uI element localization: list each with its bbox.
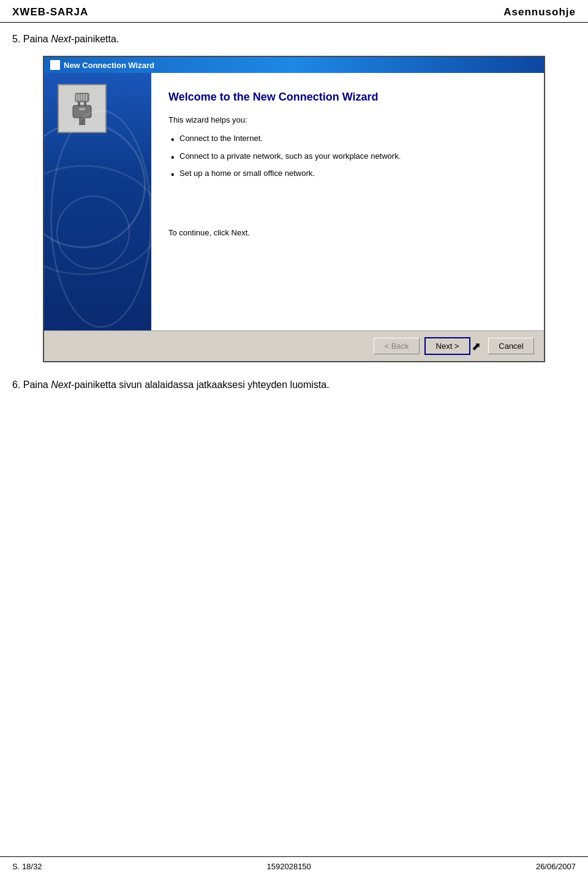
- deco-circle-2: [44, 165, 151, 275]
- svg-rect-6: [76, 94, 77, 101]
- step6-label: 6. Paina: [12, 379, 51, 390]
- svg-rect-10: [86, 94, 87, 101]
- wizard-heading: Welcome to the New Connection Wizard: [168, 90, 529, 104]
- step5-label: 5. Paina: [12, 34, 51, 44]
- footer-code: 1592028150: [267, 862, 311, 871]
- wizard-right-panel: Welcome to the New Connection Wizard Thi…: [151, 73, 544, 330]
- wizard-icon-box: [58, 84, 107, 133]
- cancel-button[interactable]: Cancel: [488, 338, 534, 354]
- document-title-left: XWEB-SARJA: [12, 6, 88, 18]
- step6-instruction: 6. Paina Next-painiketta sivun alalaidas…: [12, 377, 576, 393]
- wizard-body: Welcome to the New Connection Wizard Thi…: [44, 73, 544, 330]
- network-cable-icon: [67, 92, 97, 126]
- wizard-left-panel: [44, 73, 151, 330]
- page-header: XWEB-SARJA Asennusohje: [0, 0, 588, 23]
- footer-page: S. 18/32: [12, 862, 42, 871]
- bullet-3: Set up a home or small office network.: [168, 168, 529, 179]
- bullet-1: Connect to the Internet.: [168, 133, 529, 144]
- next-button[interactable]: Next >: [424, 337, 470, 355]
- bullet-2: Connect to a private network, such as yo…: [168, 151, 529, 162]
- deco-circle-3: [56, 196, 130, 269]
- back-button[interactable]: < Back: [374, 338, 420, 354]
- wizard-buttonbar: < Back Next > ⬈ Cancel: [44, 330, 544, 361]
- cursor-icon: ⬈: [472, 340, 481, 353]
- page-footer: S. 18/32 1592028150 26/06/2007: [0, 856, 588, 876]
- step5-end: -painiketta.: [71, 34, 119, 44]
- wizard-titlebar-label: New Connection Wizard: [64, 61, 154, 70]
- wizard-titlebar-icon: [50, 60, 60, 70]
- footer-date: 26/06/2007: [536, 862, 576, 871]
- svg-rect-7: [78, 94, 80, 101]
- wizard-continue-text: To continue, click Next.: [168, 228, 529, 237]
- wizard-bullets: Connect to the Internet. Connect to a pr…: [168, 133, 529, 179]
- document-title-right: Asennusohje: [503, 6, 576, 18]
- wizard-subtext: This wizard helps you:: [168, 115, 529, 124]
- step5-instruction: 5. Paina Next-painiketta.: [12, 34, 576, 45]
- svg-rect-1: [78, 102, 80, 105]
- step6-mid: -painiketta sivun alalaidassa jatkaakses…: [71, 379, 330, 390]
- svg-rect-4: [79, 118, 85, 125]
- main-content: 5. Paina Next-painiketta. New Connection…: [0, 23, 588, 399]
- svg-rect-9: [83, 94, 85, 101]
- step5-italic: Next: [51, 34, 71, 44]
- svg-rect-2: [84, 102, 86, 105]
- svg-rect-5: [79, 108, 85, 110]
- wizard-dialog: New Connection Wizard: [43, 56, 545, 362]
- wizard-titlebar: New Connection Wizard: [44, 57, 544, 73]
- svg-rect-8: [81, 94, 82, 101]
- step6-italic: Next: [51, 379, 71, 390]
- svg-rect-3: [73, 105, 91, 118]
